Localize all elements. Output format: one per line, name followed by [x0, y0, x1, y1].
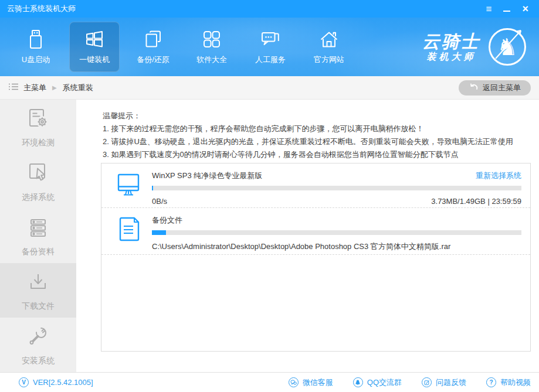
- app-title: 云骑士系统装机大师: [7, 4, 76, 14]
- backup-data-icon: [25, 215, 51, 243]
- sidebar-item-label: 选择系统: [22, 192, 55, 203]
- nav-label: 软件大全: [196, 54, 227, 65]
- feedback-icon: [422, 377, 432, 387]
- download-speed: 0B/s: [152, 197, 167, 206]
- select-system-icon: [25, 161, 51, 188]
- env-check-icon: [25, 106, 51, 134]
- document-icon: [114, 215, 143, 254]
- return-main-menu-button[interactable]: 返回主菜单: [459, 80, 531, 96]
- backup-progress-fill: [152, 230, 166, 235]
- nav-item-backup-restore[interactable]: 备份/还原: [128, 22, 178, 72]
- tips-block: 温馨提示： 1. 接下来的过程无需您的干预，程序会帮助您自动完成剩下的步骤，您可…: [76, 100, 539, 161]
- system-progress-bar: [152, 186, 521, 190]
- nav-item-software-center[interactable]: 软件大全: [187, 22, 237, 72]
- nav-item-usb-boot[interactable]: U盘启动: [11, 22, 61, 72]
- close-icon[interactable]: ×: [522, 4, 528, 14]
- brand-logo: 云骑士 装机大师 ♞: [422, 28, 528, 66]
- help-video-link[interactable]: ? 帮助视频: [486, 377, 531, 388]
- tips-line-3: 3. 如果遇到下载速度为0的情况时请耐心等待几分钟，服务器会自动根据您当前网络位…: [103, 148, 531, 161]
- sidebar-item-env-check[interactable]: 环境检测: [0, 100, 76, 154]
- backup-progress-bar: [152, 230, 521, 235]
- windows-icon: [84, 29, 105, 50]
- sidebar-item-label: 安装系统: [22, 356, 55, 366]
- feedback-link[interactable]: 问题反馈: [422, 377, 466, 388]
- breadcrumb: 主菜单 ▶ 系统重装 返回主菜单: [0, 76, 539, 100]
- minimize-icon[interactable]: [503, 11, 510, 12]
- steps-sidebar: 环境检测 选择系统: [0, 100, 76, 372]
- version-icon: V: [19, 377, 29, 387]
- help-icon: ?: [486, 377, 496, 387]
- backup-file-path: C:\Users\Administrator\Desktop\Desktop\A…: [152, 241, 521, 252]
- sidebar-item-install-system[interactable]: 安装系统: [0, 318, 76, 372]
- install-system-icon: [25, 324, 51, 352]
- tips-line-1: 1. 接下来的过程无需您的干预，程序会帮助您自动完成剩下的步骤，您可以离开电脑稍…: [103, 122, 531, 135]
- backup-restore-icon: [143, 29, 164, 50]
- breadcrumb-system-reinstall: 系统重装: [63, 83, 93, 93]
- nav-label: 备份/还原: [137, 54, 170, 65]
- backup-title: 备份文件: [152, 215, 182, 226]
- software-grid-icon: [201, 29, 222, 50]
- qq-icon: [353, 377, 363, 387]
- nav-label: 人工服务: [255, 54, 286, 65]
- sidebar-item-backup-data[interactable]: 备份资料: [0, 209, 76, 263]
- download-file-icon: [25, 270, 51, 297]
- system-download-row: WinXP SP3 纯净绿色专业最新版 重新选择系统 0B/s 3.73MB/1…: [101, 163, 530, 207]
- breadcrumb-main-menu[interactable]: 主菜单: [23, 83, 46, 93]
- tips-title: 温馨提示：: [103, 110, 531, 122]
- menu-icon[interactable]: ≡: [486, 4, 492, 14]
- status-links: 微信客服 QQ交流群 问题反馈: [289, 377, 531, 388]
- sidebar-item-select-system[interactable]: 选择系统: [0, 154, 76, 209]
- download-stats: 3.73MB/1.49GB | 23:59:59: [431, 197, 521, 206]
- nav-item-human-service[interactable]: 人工服务: [245, 22, 296, 72]
- main-nav: U盘启动 一键装机 备份/还原: [0, 18, 539, 76]
- brand-logo-text: 云骑士 装机大师: [422, 32, 480, 63]
- knight-horse-icon: ♞: [489, 28, 526, 66]
- sidebar-item-download-file[interactable]: 下载文件: [0, 263, 76, 318]
- panel-empty-area: [101, 254, 530, 351]
- reselect-system-link[interactable]: 重新选择系统: [476, 171, 521, 181]
- nav-item-one-key-install[interactable]: 一键装机: [69, 22, 120, 72]
- window-controls: ≡ ×: [486, 4, 532, 14]
- usb-drive-icon: [25, 29, 46, 50]
- undo-arrow-icon: [469, 83, 478, 93]
- nav-label: U盘启动: [22, 54, 50, 65]
- list-icon: [8, 82, 19, 94]
- tips-line-2: 2. 请拔掉U盘、移动硬盘，退出光驱内的光盘，并保证系统重装过程不断电。否则重装…: [103, 135, 531, 148]
- status-bar: V VER[2.5.42.1005] 微信客服: [0, 372, 539, 392]
- system-name: WinXP SP3 纯净绿色专业最新版: [152, 171, 262, 181]
- nav-label: 官方网站: [314, 54, 344, 65]
- version-text: VER[2.5.42.1005]: [33, 378, 93, 387]
- sidebar-item-label: 备份资料: [22, 247, 55, 257]
- monitor-icon: [114, 171, 143, 207]
- qq-group-link[interactable]: QQ交流群: [353, 377, 402, 388]
- backup-file-row: 备份文件 C:\Users\Administrator\Desktop\Desk…: [101, 207, 530, 254]
- version-info[interactable]: V VER[2.5.42.1005]: [19, 377, 93, 387]
- nav-item-official-website[interactable]: 官方网站: [304, 22, 354, 72]
- title-bar: 云骑士系统装机大师 ≡ ×: [0, 0, 539, 18]
- chevron-right-icon: ▶: [52, 84, 57, 91]
- wechat-service-link[interactable]: 微信客服: [289, 377, 333, 388]
- wechat-icon: [289, 377, 299, 387]
- system-progress-fill: [152, 186, 153, 190]
- nav-label: 一键装机: [79, 54, 110, 65]
- main-content: 温馨提示： 1. 接下来的过程无需您的干预，程序会帮助您自动完成剩下的步骤，您可…: [76, 100, 539, 372]
- sidebar-item-label: 环境检测: [22, 138, 55, 148]
- chat-service-icon: [260, 29, 281, 50]
- download-panel: WinXP SP3 纯净绿色专业最新版 重新选择系统 0B/s 3.73MB/1…: [101, 163, 531, 352]
- home-website-icon: [318, 29, 340, 50]
- sidebar-item-label: 下载文件: [22, 301, 55, 312]
- app-window: 云骑士系统装机大师 ≡ × U盘启动: [0, 0, 539, 392]
